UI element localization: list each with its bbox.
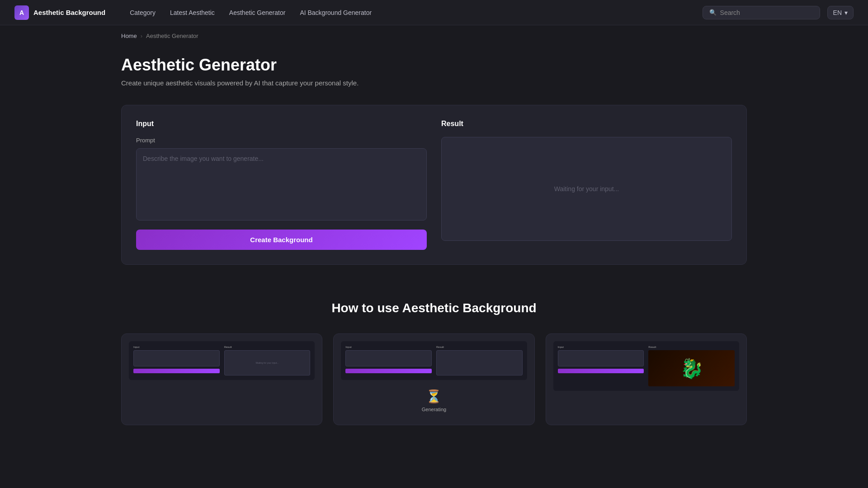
step-1-card: Input Result Waiting for your input... [121,333,322,425]
step-1-waiting: Waiting for your input... [255,361,278,364]
language-selector[interactable]: EN ▾ [827,6,854,19]
dragon-image: 🐉 [680,357,703,380]
step-2-mini-ui: Input Result [341,341,527,380]
step-2-input-col: Input [345,346,432,375]
search-box[interactable]: 🔍 [703,6,820,19]
nav-logo[interactable]: A Aesthetic Background [14,5,105,20]
result-section: Result Waiting for your input... [441,120,732,250]
hourglass-icon: ⏳ [426,389,442,404]
nav-link-ai-background-generator[interactable]: AI Background Generator [293,6,378,19]
steps-grid: Input Result Waiting for your input... [121,333,747,425]
generating-label: Generating [422,407,446,412]
logo-icon: A [14,5,29,20]
step-2-inner: Input Result ⏳ Generating [334,334,534,425]
hero-section: Aesthetic Generator Create unique aesthe… [0,47,868,105]
step-1-inner: Input Result Waiting for your input... [122,334,322,391]
breadcrumb: Home › Aesthetic Generator [0,25,868,47]
step-2-result-col: Result [436,346,523,375]
nav-right: 🔍 EN ▾ [703,6,854,19]
step-3-card: Input Result 🐉 [546,333,747,425]
prompt-label: Prompt [136,137,427,144]
step-1-result-col: Result Waiting for your input... [224,346,311,375]
main-card: Input Prompt Create Background Result Wa… [121,105,747,265]
step-3-input-col: Input [558,346,644,386]
result-box: Waiting for your input... [441,137,732,241]
chevron-down-icon: ▾ [844,9,848,16]
step-1-input-col: Input [133,346,220,375]
step-3-result-col: Result 🐉 [648,346,735,386]
logo-text: Aesthetic Background [33,9,105,16]
step-3-result-image: 🐉 [648,350,735,386]
search-icon: 🔍 [709,9,717,16]
lang-label: EN [833,9,842,16]
input-section-label: Input [136,120,427,128]
nav-link-aesthetic-generator[interactable]: Aesthetic Generator [223,6,292,19]
result-section-label: Result [441,120,732,128]
result-waiting-text: Waiting for your input... [554,185,619,192]
input-section: Input Prompt Create Background [136,120,427,250]
breadcrumb-home[interactable]: Home [121,33,137,39]
how-to-title: How to use Aesthetic Background [121,301,747,315]
nav-link-latest-aesthetic[interactable]: Latest Aesthetic [164,6,221,19]
prompt-textarea[interactable] [136,148,427,221]
step-3-inner: Input Result 🐉 [546,334,746,402]
step-2-overlay: ⏳ Generating [341,384,527,418]
hero-subtitle: Create unique aesthetic visuals powered … [121,79,747,87]
how-to-section: How to use Aesthetic Background Input Re… [0,292,868,452]
page-title: Aesthetic Generator [121,56,747,75]
breadcrumb-current: Aesthetic Generator [146,33,198,39]
step-1-mini-ui: Input Result Waiting for your input... [129,341,315,380]
nav-links: Category Latest Aesthetic Aesthetic Gene… [123,6,702,19]
step-2-card: Input Result ⏳ Generating [333,333,534,425]
step-3-mini-ui: Input Result 🐉 [553,341,739,391]
breadcrumb-separator: › [141,33,142,39]
navbar: A Aesthetic Background Category Latest A… [0,0,868,25]
create-background-button[interactable]: Create Background [136,230,427,250]
nav-link-category[interactable]: Category [123,6,162,19]
search-input[interactable] [720,9,813,16]
